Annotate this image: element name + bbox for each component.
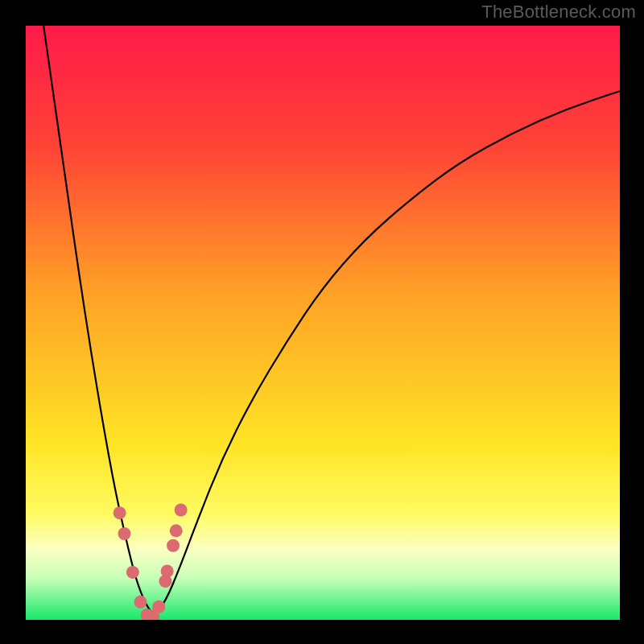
highlight-point <box>114 506 126 519</box>
watermark-text: TheBottleneck.com <box>481 2 636 23</box>
highlight-point <box>152 601 165 613</box>
bottleneck-plot <box>26 26 620 620</box>
highlight-point <box>126 566 139 579</box>
highlight-point <box>170 524 183 537</box>
highlight-point <box>134 596 147 609</box>
highlight-point <box>167 539 180 552</box>
gradient-background <box>26 26 620 620</box>
highlight-point <box>161 564 174 577</box>
highlight-point <box>175 503 188 516</box>
highlight-point <box>118 527 131 540</box>
